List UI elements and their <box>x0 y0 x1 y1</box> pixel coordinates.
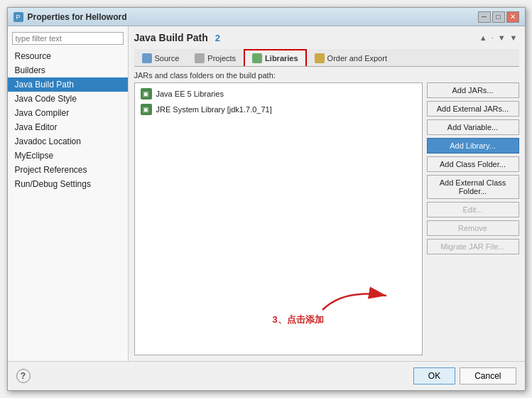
sidebar-item-javadoc-location[interactable]: Javadoc Location <box>8 134 128 149</box>
content-area: JARs and class folders on the build path… <box>134 71 519 355</box>
dialog-icon: P <box>13 12 23 22</box>
title-bar-left: P Properties for Helloword <box>13 12 127 22</box>
sidebar-item-java-build-path[interactable]: Java Build Path <box>8 77 128 92</box>
dialog-footer: ? OK Cancel <box>8 361 525 390</box>
add-external-jars-button[interactable]: Add External JARs... <box>427 101 519 117</box>
cancel-button[interactable]: Cancel <box>460 367 516 384</box>
migrate-jar-button[interactable]: Migrate JAR File... <box>427 239 519 254</box>
sidebar-item-myeclipse[interactable]: MyEclipse <box>8 149 128 163</box>
minimize-button[interactable]: ─ <box>478 11 491 23</box>
source-tab-label: Source <box>155 54 180 63</box>
maximize-button[interactable]: □ <box>492 11 505 23</box>
sidebar-item-run-debug-settings[interactable]: Run/Debug Settings <box>8 177 128 191</box>
help-button[interactable]: ? <box>16 369 31 383</box>
main-title: Java Build Path <box>134 32 208 43</box>
annotation-text: 3、点击添加 <box>273 313 324 326</box>
main-title-area: Java Build Path 2 <box>134 32 221 43</box>
source-tab-icon <box>142 53 152 63</box>
nav-separator: · <box>490 33 495 43</box>
tab-projects[interactable]: Projects <box>187 49 244 66</box>
list-panel[interactable]: ▣ Java EE 5 Libraries ▣ JRE System Libra… <box>134 82 423 355</box>
nav-dropdown-arrow[interactable]: ▼ <box>509 33 519 43</box>
arrow-annotation: 3、点击添加 <box>315 274 401 319</box>
annotation-arrow <box>315 274 401 317</box>
tab-source[interactable]: Source <box>134 49 188 66</box>
add-library-button[interactable]: Add Library... <box>427 138 519 154</box>
content-label: JARs and class folders on the build path… <box>134 71 519 80</box>
main-header: Java Build Path 2 ▲ · ▼ ▼ <box>134 32 519 43</box>
remove-button[interactable]: Remove <box>427 220 519 236</box>
add-class-folder-button[interactable]: Add Class Folder... <box>427 156 519 172</box>
add-variable-button[interactable]: Add Variable... <box>427 119 519 135</box>
title-bar: P Properties for Helloword ─ □ ✕ <box>8 8 525 26</box>
sidebar-item-project-references[interactable]: Project References <box>8 163 128 177</box>
libraries-tab-label: Libraries <box>265 54 298 63</box>
sidebar: Resource Builders Java Build Path Java C… <box>8 26 129 361</box>
sidebar-item-java-editor[interactable]: Java Editor <box>8 120 128 134</box>
projects-tab-label: Projects <box>207 54 236 63</box>
dialog-title: Properties for Helloword <box>28 12 127 22</box>
libraries-tab-icon <box>252 53 262 63</box>
sidebar-item-java-compiler[interactable]: Java Compiler <box>8 106 128 120</box>
list-item[interactable]: ▣ JRE System Library [jdk1.7.0_71] <box>138 102 419 117</box>
main-content: Java Build Path 2 ▲ · ▼ ▼ Source <box>129 26 525 361</box>
close-button[interactable]: ✕ <box>506 11 519 23</box>
sidebar-item-builders[interactable]: Builders <box>8 63 128 77</box>
order-tab-icon <box>315 53 325 63</box>
filter-input[interactable] <box>12 32 124 45</box>
buttons-panel: Add JARs... Add External JARs... Add Var… <box>427 82 519 355</box>
edit-button[interactable]: Edit... <box>427 202 519 217</box>
add-jars-button[interactable]: Add JARs... <box>427 82 519 98</box>
properties-dialog: P Properties for Helloword ─ □ ✕ Resourc… <box>7 7 526 391</box>
list-item[interactable]: ▣ Java EE 5 Libraries <box>138 86 419 102</box>
title-controls: ─ □ ✕ <box>478 11 519 23</box>
projects-tab-icon <box>195 53 205 63</box>
java-ee-lib-icon: ▣ <box>141 88 152 100</box>
add-external-class-folder-button[interactable]: Add External Class Folder... <box>427 175 519 199</box>
tab-libraries[interactable]: Libraries <box>244 49 306 66</box>
footer-buttons: OK Cancel <box>413 367 516 384</box>
content-split: ▣ Java EE 5 Libraries ▣ JRE System Libra… <box>134 82 519 355</box>
nav-down-arrow[interactable]: ▼ <box>496 33 507 43</box>
sidebar-item-java-code-style[interactable]: Java Code Style <box>8 92 128 106</box>
sidebar-item-resource[interactable]: Resource <box>8 49 128 63</box>
jre-lib-label: JRE System Library [jdk1.7.0_71] <box>156 105 272 114</box>
dialog-body: Resource Builders Java Build Path Java C… <box>8 26 525 361</box>
tab-order-export[interactable]: Order and Export <box>307 49 395 66</box>
nav-up-arrow[interactable]: ▲ <box>478 33 489 43</box>
ok-button[interactable]: OK <box>413 367 455 384</box>
jre-lib-icon: ▣ <box>141 104 152 115</box>
order-tab-label: Order and Export <box>327 54 387 63</box>
nav-arrows: ▲ · ▼ ▼ <box>478 33 519 43</box>
java-ee-lib-label: Java EE 5 Libraries <box>156 90 224 98</box>
header-badge: 2 <box>215 33 220 43</box>
tabs-container: Source Projects Libraries Order and Expo… <box>134 49 519 67</box>
